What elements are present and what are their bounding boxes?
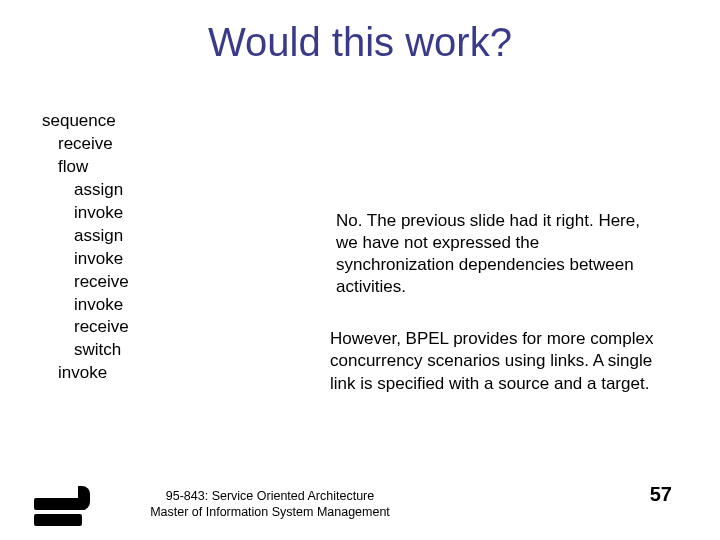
page-number: 57	[650, 483, 672, 506]
footer: 95-843: Service Oriented Architecture Ma…	[0, 466, 720, 526]
course-info: 95-843: Service Oriented Architecture Ma…	[130, 488, 410, 521]
course-line: Master of Information System Management	[130, 504, 410, 520]
code-line: invoke	[42, 362, 330, 385]
code-line: receive	[42, 271, 330, 294]
logo-icon	[34, 486, 90, 526]
code-line: sequence	[42, 110, 330, 133]
paragraph: No. The previous slide had it right. Her…	[330, 210, 660, 298]
text-column: No. The previous slide had it right. Her…	[330, 110, 690, 395]
code-line: assign	[42, 179, 330, 202]
code-line: invoke	[42, 294, 330, 317]
code-line: receive	[42, 316, 330, 339]
code-line: assign	[42, 225, 330, 248]
content-area: sequence receive flow assign invoke assi…	[0, 110, 720, 395]
slide-title: Would this work?	[0, 0, 720, 65]
code-line: switch	[42, 339, 330, 362]
code-line: invoke	[42, 202, 330, 225]
code-column: sequence receive flow assign invoke assi…	[0, 110, 330, 395]
code-line: receive	[42, 133, 330, 156]
code-line: invoke	[42, 248, 330, 271]
paragraph: However, BPEL provides for more complex …	[330, 328, 660, 394]
course-line: 95-843: Service Oriented Architecture	[130, 488, 410, 504]
slide: Would this work? sequence receive flow a…	[0, 0, 720, 540]
code-line: flow	[42, 156, 330, 179]
